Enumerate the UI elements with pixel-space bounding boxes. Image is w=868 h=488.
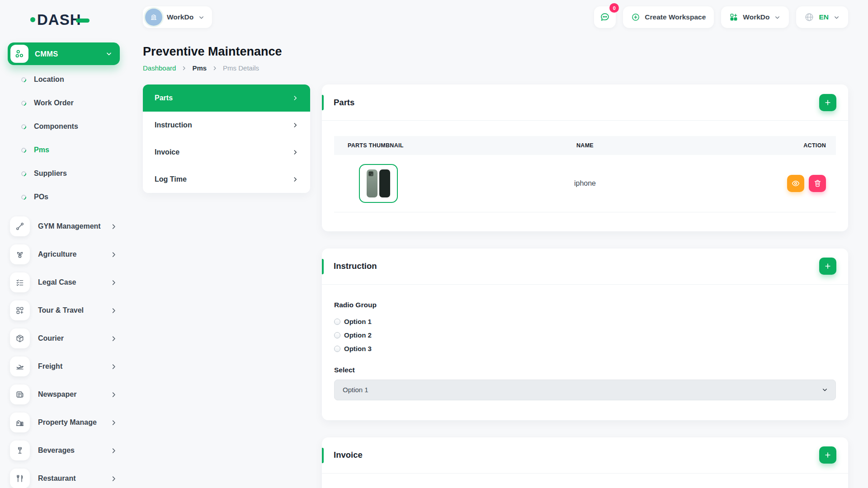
- sidebar-item-tour-travel[interactable]: Tour & Travel: [8, 296, 120, 324]
- create-workspace-button[interactable]: Create Workspace: [623, 6, 714, 28]
- column-header-thumbnail: PARTS THUMBNAIL: [334, 136, 500, 155]
- app-root: DASH CMMS Location Work Order Components: [0, 0, 868, 488]
- sidebar-item-newspaper[interactable]: Newspaper: [8, 380, 120, 408]
- sidebar-item-restaurant[interactable]: Restaurant: [8, 465, 120, 488]
- chevron-right-icon: [110, 447, 117, 454]
- globe-icon: [804, 12, 814, 22]
- sidebar-item-label: Legal Case: [38, 278, 76, 286]
- sidebar-item-suppliers[interactable]: Suppliers: [8, 162, 120, 185]
- instruction-select[interactable]: Option 1: [334, 380, 836, 400]
- tab-invoice[interactable]: Invoice: [143, 139, 310, 166]
- iphone-front-image: [379, 169, 390, 197]
- radio-group-label: Radio Group: [334, 301, 836, 309]
- breadcrumb-current: Pms Details: [223, 64, 259, 72]
- sidebar-item-gym-management[interactable]: GYM Management: [8, 212, 120, 240]
- package-icon: [10, 328, 30, 348]
- sidebar-item-pms[interactable]: Pms: [8, 138, 120, 162]
- sidebar-item-components[interactable]: Components: [8, 115, 120, 138]
- sidebar-item-label: Newspaper: [38, 390, 76, 399]
- delete-part-button[interactable]: [809, 175, 826, 192]
- page-title: Preventive Maintenance: [143, 44, 848, 59]
- part-thumbnail[interactable]: [359, 164, 398, 203]
- sidebar-item-beverages[interactable]: Beverages: [8, 436, 120, 465]
- radio-icon: [334, 319, 340, 325]
- eye-icon: [791, 179, 800, 188]
- status-ring-icon: [20, 99, 27, 106]
- chevron-right-icon: [110, 307, 117, 314]
- instruction-card-body: Radio Group Option 1 Option 2: [322, 285, 848, 420]
- sidebar-item-label: Location: [34, 75, 64, 84]
- radio-option-2[interactable]: Option 2: [334, 330, 836, 341]
- brand-logo[interactable]: DASH: [30, 11, 120, 28]
- instruction-card: Instruction Radio Group Option 1: [322, 249, 848, 420]
- sidebar-item-label: Agriculture: [38, 250, 76, 258]
- add-part-button[interactable]: [819, 94, 836, 111]
- sidebar-item-label: Beverages: [38, 446, 75, 455]
- card-accent-bar: [322, 259, 324, 274]
- tab-instruction[interactable]: Instruction: [143, 112, 310, 139]
- sidebar-item-property-manage[interactable]: Property Manage: [8, 408, 120, 436]
- sidebar-item-cmms[interactable]: CMMS: [8, 42, 120, 65]
- tab-parts[interactable]: Parts: [143, 84, 310, 112]
- grid-plus-icon: [10, 300, 30, 320]
- dumbbell-icon: [10, 216, 30, 236]
- logo-dot-icon: [30, 17, 35, 22]
- card-accent-bar: [322, 95, 324, 110]
- chevron-right-icon: [181, 66, 187, 71]
- sidebar-item-agriculture[interactable]: Agriculture: [8, 240, 120, 268]
- workdo-menu-button[interactable]: WorkDo: [721, 6, 789, 28]
- breadcrumb-pms-link[interactable]: Pms: [192, 64, 207, 72]
- add-instruction-button[interactable]: [819, 258, 836, 275]
- view-part-button[interactable]: [787, 175, 804, 192]
- radio-icon: [334, 346, 340, 352]
- notification-badge: 0: [609, 3, 619, 13]
- checklist-icon: [10, 272, 30, 292]
- sidebar-item-courier[interactable]: Courier: [8, 324, 120, 352]
- card-accent-bar: [322, 448, 324, 463]
- detail-panels: Parts PARTS THUMBNAIL NAME ACTION: [322, 84, 848, 488]
- main-content: WorkDo 0 Create Workspace WorkDo: [129, 0, 868, 488]
- parts-card-title: Parts: [334, 98, 354, 108]
- chat-button[interactable]: 0: [594, 6, 616, 28]
- language-button[interactable]: EN: [796, 6, 848, 28]
- sidebar-item-location[interactable]: Location: [8, 68, 120, 91]
- radio-option-label: Option 1: [344, 318, 372, 325]
- chevron-right-icon: [110, 419, 117, 426]
- sidebar-item-legal-case[interactable]: Legal Case: [8, 268, 120, 296]
- plus-circle-icon: [631, 13, 640, 22]
- radio-option-3[interactable]: Option 3: [334, 343, 836, 354]
- invoice-card: Invoice: [322, 437, 848, 488]
- breadcrumb: Dashboard Pms Pms Details: [143, 64, 848, 72]
- camera-module: [368, 171, 373, 176]
- chevron-right-icon: [292, 95, 298, 101]
- sidebar-item-work-order[interactable]: Work Order: [8, 91, 120, 115]
- sidebar-item-label: Property Manage: [38, 418, 97, 427]
- radio-icon: [334, 332, 340, 338]
- cmms-submenu: Location Work Order Components Pms Suppl…: [8, 68, 120, 209]
- select-value: Option 1: [343, 386, 368, 394]
- status-ring-icon: [20, 76, 27, 83]
- sidebar-item-label: Freight: [38, 362, 62, 371]
- detail-tabs-card: Parts Instruction Invoice Log Time: [143, 84, 310, 193]
- radio-option-1[interactable]: Option 1: [334, 316, 836, 327]
- breadcrumb-dashboard-link[interactable]: Dashboard: [143, 64, 176, 72]
- radio-option-label: Option 3: [344, 345, 372, 352]
- parts-card-body: PARTS THUMBNAIL NAME ACTION: [322, 121, 848, 231]
- chevron-down-icon: [774, 14, 781, 21]
- create-workspace-label: Create Workspace: [645, 13, 706, 21]
- buildings-icon: [10, 413, 30, 432]
- chevron-right-icon: [110, 251, 117, 258]
- sidebar-item-label: Components: [34, 122, 78, 131]
- status-ring-icon: [20, 146, 27, 153]
- sidebar-item-label: Tour & Travel: [38, 306, 84, 314]
- add-invoice-button[interactable]: [819, 446, 836, 464]
- instruction-card-title: Instruction: [334, 261, 377, 271]
- sidebar-item-label: Suppliers: [34, 169, 67, 178]
- tab-log-time[interactable]: Log Time: [143, 166, 310, 193]
- sidebar-item-freight[interactable]: Freight: [8, 352, 120, 380]
- workspace-avatar: [145, 9, 162, 26]
- sidebar-item-pos[interactable]: POs: [8, 185, 120, 209]
- sidebar-item-label: Courier: [38, 334, 64, 343]
- workspace-switcher-button[interactable]: WorkDo: [143, 6, 212, 28]
- sidebar: DASH CMMS Location Work Order Components: [0, 0, 129, 488]
